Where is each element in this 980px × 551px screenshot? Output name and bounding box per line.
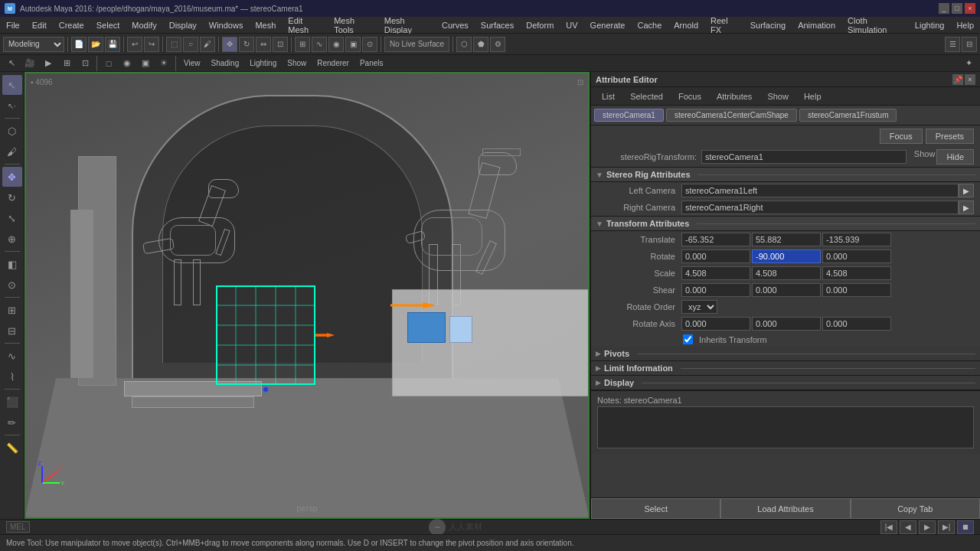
scale-x[interactable] xyxy=(681,266,750,280)
scale-y[interactable] xyxy=(752,266,821,280)
menu-create[interactable]: Create xyxy=(53,19,90,31)
sub-view[interactable]: View xyxy=(179,58,205,68)
presets-btn[interactable]: Presets xyxy=(926,129,974,144)
menu-surfaces[interactable]: Surfaces xyxy=(475,19,520,31)
rotate-axis-x[interactable] xyxy=(681,317,750,331)
tool-paint-select[interactable]: 🖌 xyxy=(2,142,22,161)
menu-select[interactable]: Select xyxy=(90,19,126,31)
menu-reelfx[interactable]: Reel FX xyxy=(704,15,744,36)
copy-tab-btn[interactable]: Copy Tab xyxy=(851,498,980,519)
menu-modify[interactable]: Modify xyxy=(126,19,162,31)
cam-tab-stereocamera1[interactable]: stereoCamera1 xyxy=(594,109,664,122)
menu-curves[interactable]: Curves xyxy=(436,19,475,31)
maximize-button[interactable]: □ xyxy=(952,3,962,14)
menu-deform[interactable]: Deform xyxy=(520,19,560,31)
playback-play-btn[interactable]: ▶ xyxy=(919,520,936,534)
paint-sel-btn[interactable]: 🖌 xyxy=(200,37,215,52)
select-btn[interactable]: ⬚ xyxy=(166,37,181,52)
tool-align[interactable]: ⊟ xyxy=(2,321,22,341)
snap-point-btn[interactable]: ◉ xyxy=(328,37,344,52)
menu-mesh[interactable]: Mesh xyxy=(249,19,282,31)
vtb-select-mode[interactable]: ↖ xyxy=(3,55,20,72)
stereo-rig-attrs-header[interactable]: ▼ Stereo Rig Attributes xyxy=(591,167,980,182)
new-scene-btn[interactable]: 📄 xyxy=(71,37,87,52)
rotate-order-dropdown[interactable]: xyz yzx zxy xzy yxz zyx xyxy=(681,300,717,314)
menu-animation[interactable]: Animation xyxy=(792,19,841,31)
tool-sculpt[interactable]: ⬛ xyxy=(2,392,22,412)
tool-show-hide[interactable]: ◧ xyxy=(2,254,22,274)
menu-generate[interactable]: Generate xyxy=(584,19,632,31)
menu-cloth[interactable]: Cloth Simulation xyxy=(841,15,909,36)
ae-tab-focus[interactable]: Focus xyxy=(671,87,709,105)
3d-viewport[interactable]: persp ▪ 4096 ⊡ X Y Z xyxy=(24,72,590,519)
menu-edit[interactable]: Edit xyxy=(26,19,53,31)
vtb-grid[interactable]: ⊞ xyxy=(58,55,75,72)
tool-rotate[interactable]: ↻ xyxy=(2,187,22,207)
vtb-lighting-mode[interactable]: ☀ xyxy=(155,55,172,72)
menu-cache[interactable]: Cache xyxy=(631,19,668,31)
rotate-y[interactable] xyxy=(752,249,821,263)
shear-y[interactable] xyxy=(752,283,821,297)
menu-arnold[interactable]: Arnold xyxy=(668,19,704,31)
rotate-btn[interactable]: ↻ xyxy=(239,37,254,52)
ae-close-btn[interactable]: × xyxy=(965,74,975,85)
vtb-smooth[interactable]: ◉ xyxy=(119,55,136,72)
menu-surfacing[interactable]: Surfacing xyxy=(744,19,792,31)
ipr-btn[interactable]: ⬟ xyxy=(473,37,488,52)
scale-z[interactable] xyxy=(822,266,891,280)
layer-editor-btn[interactable]: ⊟ xyxy=(962,37,977,52)
vtb-scene-fx[interactable]: ✦ xyxy=(960,55,977,72)
snap-curve-btn[interactable]: ∿ xyxy=(312,37,327,52)
shear-x[interactable] xyxy=(681,283,750,297)
tool-artisan[interactable]: ✏ xyxy=(2,412,22,432)
save-scene-btn[interactable]: 💾 xyxy=(105,37,120,52)
tool-curve-cv[interactable]: ∿ xyxy=(2,346,22,366)
left-camera-browse-btn[interactable]: ▶ xyxy=(959,184,974,197)
tool-select-transform[interactable]: ↖ xyxy=(2,75,22,95)
tool-measure[interactable]: 📏 xyxy=(2,438,22,458)
scale-btn[interactable]: ⇔ xyxy=(256,37,271,52)
minimize-button[interactable]: _ xyxy=(939,3,949,14)
ae-tab-attributes[interactable]: Attributes xyxy=(709,87,760,105)
inherits-transform-label[interactable]: Inherits Transform xyxy=(699,335,767,344)
channel-box-btn[interactable]: ☰ xyxy=(945,37,960,52)
snap-grid-btn[interactable]: ⊞ xyxy=(295,37,310,52)
inherits-transform-checkbox[interactable] xyxy=(683,334,693,344)
open-scene-btn[interactable]: 📂 xyxy=(88,37,103,52)
playback-end-btn[interactable]: ▶| xyxy=(938,520,955,534)
vtb-playblast[interactable]: ▶ xyxy=(40,55,57,72)
playback-start-btn[interactable]: |◀ xyxy=(880,520,897,534)
playback-stop-btn[interactable]: ⏹ xyxy=(957,520,974,534)
rotate-axis-z[interactable] xyxy=(822,317,891,331)
cam-tab-centercamshape[interactable]: stereoCamera1CenterCamShape xyxy=(666,109,797,122)
sub-panels[interactable]: Panels xyxy=(355,58,388,68)
tool-curve-ep[interactable]: ⌇ xyxy=(2,367,22,386)
vtb-hud[interactable]: ⊡ xyxy=(77,55,93,72)
sub-shading[interactable]: Shading xyxy=(207,58,244,68)
cam-tab-frustum[interactable]: stereoCamera1Frustum xyxy=(799,109,897,122)
rotate-axis-y[interactable] xyxy=(752,317,821,331)
menu-lighting[interactable]: Lighting xyxy=(909,19,951,31)
display-section[interactable]: ▶ Display xyxy=(591,376,980,390)
lasso-btn[interactable]: ○ xyxy=(183,37,198,52)
translate-x[interactable] xyxy=(681,233,750,246)
notes-textarea[interactable] xyxy=(597,406,974,448)
mode-dropdown[interactable]: Modeling xyxy=(3,37,64,52)
tool-move[interactable]: ✥ xyxy=(2,167,22,187)
menu-mesh-tools[interactable]: Mesh Tools xyxy=(328,15,378,36)
tool-universal-manipulator[interactable]: ⊕ xyxy=(2,229,22,249)
tool-set-pivot[interactable]: ⊙ xyxy=(2,275,22,295)
snap-view-btn[interactable]: ▣ xyxy=(345,37,361,52)
menu-help[interactable]: Help xyxy=(950,19,980,31)
translate-z[interactable] xyxy=(822,233,891,246)
left-camera-input[interactable] xyxy=(681,184,959,197)
translate-y[interactable] xyxy=(752,233,821,246)
menu-display[interactable]: Display xyxy=(163,19,203,31)
menu-windows[interactable]: Windows xyxy=(203,19,250,31)
focus-btn[interactable]: Focus xyxy=(880,129,923,144)
snap-live-btn[interactable]: ⊙ xyxy=(362,37,377,52)
transform-attrs-header[interactable]: ▼ Transform Attributes xyxy=(591,216,980,231)
rig-transform-input[interactable] xyxy=(701,150,906,164)
tool-select-hierarchy[interactable]: ↖· xyxy=(2,96,22,116)
vtb-cam[interactable]: 🎥 xyxy=(21,55,38,72)
